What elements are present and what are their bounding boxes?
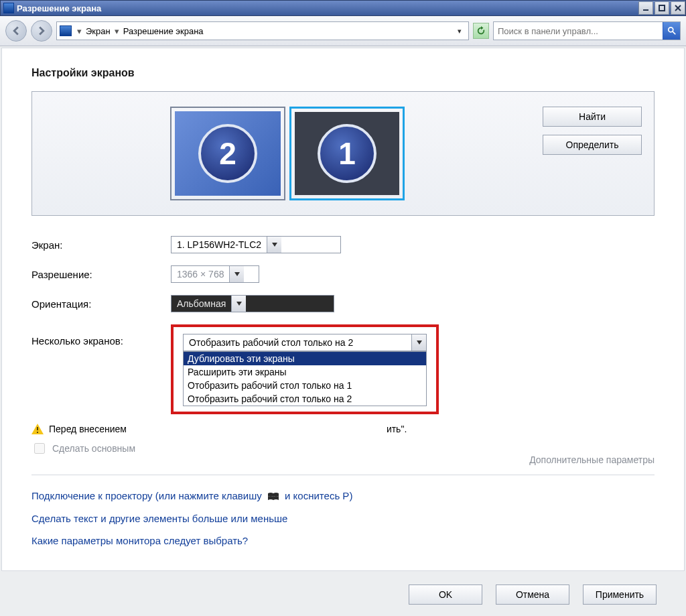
maximize-button[interactable] — [655, 1, 669, 15]
chevron-down-icon[interactable] — [231, 296, 246, 312]
monitor-2[interactable]: 2 — [170, 107, 285, 200]
svg-rect-7 — [37, 432, 38, 433]
chevron-down-icon[interactable] — [229, 266, 244, 282]
warning-text-suffix: ить". — [387, 424, 407, 434]
refresh-button[interactable] — [473, 23, 489, 39]
back-button[interactable] — [5, 20, 27, 42]
navbar: ▾ Экран ▾ Разрешение экрана ▾ — [0, 16, 686, 46]
select-resolution-value: 1366 × 768 — [172, 269, 229, 280]
dropdown-option[interactable]: Отобразить рабочий стол только на 2 — [184, 392, 426, 406]
row-display: Экран: 1. LP156WH2-TLC2 — [31, 236, 655, 253]
svg-line-5 — [672, 32, 675, 34]
search-input[interactable] — [494, 26, 663, 36]
warning-line: Перед внесением ить". — [31, 424, 407, 434]
address-bar[interactable]: ▾ Экран ▾ Разрешение экрана ▾ — [56, 21, 469, 40]
search-button[interactable] — [663, 22, 680, 40]
footer-buttons: OK Отмена Применить — [0, 571, 686, 616]
select-orientation-value: Альбомная — [172, 298, 231, 309]
minimize-button[interactable] — [638, 1, 653, 15]
chevron-down-icon[interactable] — [411, 334, 426, 351]
apply-button[interactable]: Применить — [583, 584, 657, 605]
warning-text-prefix: Перед внесением — [49, 424, 127, 434]
windows-key-icon — [267, 491, 279, 502]
select-multiple-value: Отобразить рабочий стол только на 2 — [184, 337, 411, 348]
monitor-1[interactable]: 1 — [289, 107, 405, 200]
separator — [31, 475, 655, 475]
checkbox-label: Сделать основным — [52, 443, 135, 454]
address-dropdown-icon[interactable]: ▾ — [454, 27, 466, 36]
monitor-number: 2 — [198, 124, 257, 183]
primary-checkbox[interactable] — [34, 443, 45, 454]
link-projector-pre: Подключение к проектору (или нажмите кла… — [31, 490, 262, 501]
svg-rect-1 — [659, 5, 665, 11]
breadcrumb-sep: ▾ — [76, 26, 83, 36]
select-orientation[interactable]: Альбомная — [171, 295, 334, 312]
label-resolution: Разрешение: — [31, 269, 171, 280]
warning-icon — [31, 424, 44, 434]
link-which-settings[interactable]: Какие параметры монитора следует выбрать… — [31, 535, 248, 546]
page-heading: Настройки экранов — [31, 67, 655, 79]
svg-rect-0 — [643, 9, 648, 11]
label-display: Экран: — [31, 239, 171, 251]
row-multiple: Несколько экранов: Отобразить рабочий ст… — [31, 324, 655, 414]
svg-rect-6 — [37, 427, 38, 430]
monitor-preview-area: 2 1 — [44, 107, 531, 200]
dropdown-multiple: Дублировать эти экраны Расширить эти экр… — [183, 351, 427, 406]
breadcrumb-item[interactable]: Разрешение экрана — [121, 26, 206, 36]
titlebar: Разрешение экрана — [0, 0, 686, 16]
ok-button[interactable]: OK — [409, 584, 482, 605]
link-projector-post: и коснитесь P) — [285, 490, 352, 501]
breadcrumb-sep: ▾ — [113, 26, 121, 36]
row-orientation: Ориентация: Альбомная — [31, 295, 655, 312]
find-button[interactable]: Найти — [543, 107, 642, 127]
link-textsize[interactable]: Сделать текст и другие элементы больше и… — [31, 513, 287, 524]
forward-button[interactable] — [31, 20, 52, 42]
advanced-link[interactable]: Дополнительные параметры — [529, 454, 655, 465]
chevron-down-icon[interactable] — [267, 237, 281, 253]
link-projector[interactable]: Подключение к проектору (или нажмите кла… — [31, 490, 352, 502]
highlight-box: Отобразить рабочий стол только на 2 Дубл… — [171, 324, 439, 414]
label-multiple: Несколько экранов: — [31, 324, 171, 347]
dropdown-option[interactable]: Дублировать эти экраны — [184, 352, 426, 365]
select-display[interactable]: 1. LP156WH2-TLC2 — [171, 236, 341, 253]
row-resolution: Разрешение: 1366 × 768 — [31, 265, 655, 283]
app-icon — [3, 3, 14, 13]
select-multiple[interactable]: Отобразить рабочий стол только на 2 — [183, 334, 427, 351]
monitor-number: 1 — [318, 124, 376, 183]
display-icon — [60, 25, 72, 36]
close-button[interactable] — [671, 1, 685, 15]
breadcrumb-item[interactable]: Экран — [83, 26, 113, 36]
select-display-value: 1. LP156WH2-TLC2 — [172, 239, 267, 250]
monitor-panel: 2 1 Найти Определить — [31, 91, 655, 216]
label-orientation: Ориентация: — [31, 298, 171, 310]
checkbox-row: Сделать основным — [31, 441, 407, 456]
svg-point-4 — [668, 27, 673, 32]
cancel-button[interactable]: Отмена — [496, 584, 569, 605]
dropdown-option[interactable]: Отобразить рабочий стол только на 1 — [184, 379, 426, 392]
search-box — [493, 21, 681, 40]
select-resolution[interactable]: 1366 × 768 — [171, 265, 259, 283]
detect-button[interactable]: Определить — [543, 135, 642, 155]
dropdown-option[interactable]: Расширить эти экраны — [184, 365, 426, 379]
content-area: Настройки экранов 2 1 Найти Определить Э… — [1, 48, 685, 571]
window-title: Разрешение экрана — [17, 3, 637, 13]
